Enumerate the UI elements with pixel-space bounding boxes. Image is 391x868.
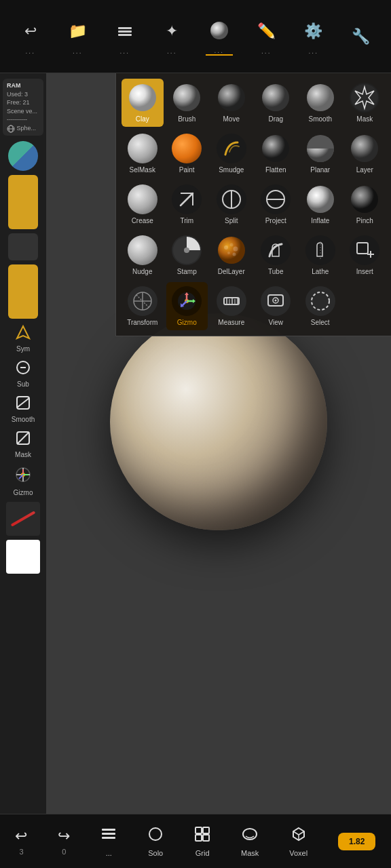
svg-line-11 xyxy=(17,398,29,408)
brush-view[interactable]: View xyxy=(255,282,297,330)
bottom-redo[interactable]: ↪ 0 xyxy=(58,827,70,856)
color-swatch-2[interactable] xyxy=(8,264,38,319)
brush-gizmo[interactable]: Gizmo xyxy=(166,282,208,330)
svg-line-82 xyxy=(299,831,304,835)
smudge-label: Smudge xyxy=(219,166,244,174)
bottom-menu[interactable]: ... xyxy=(100,826,117,857)
brush-nudge[interactable]: Nudge xyxy=(122,231,164,279)
brush-crease[interactable]: Crease xyxy=(122,180,164,229)
selmask-icon xyxy=(128,134,157,163)
flatten-label: Flatten xyxy=(265,166,286,174)
stamp-icon xyxy=(172,235,202,265)
svg-point-42 xyxy=(229,243,233,247)
bottom-voxel[interactable]: Voxel xyxy=(289,826,308,857)
sym-label: Sym xyxy=(16,345,30,353)
toolbar-light[interactable]: ✦ ... xyxy=(158,18,185,55)
clay-icon xyxy=(128,83,157,113)
brush-project[interactable]: Project xyxy=(255,180,297,229)
smooth-brush-label: Smooth xyxy=(309,115,332,123)
toolbar-layers[interactable]: ... xyxy=(111,18,138,55)
trim-icon xyxy=(172,184,202,214)
select-icon xyxy=(305,286,335,316)
stroke-preview[interactable] xyxy=(6,502,40,536)
solo-icon xyxy=(147,826,164,846)
selmask-label: SelMask xyxy=(130,166,155,174)
brush-transform[interactable]: Transform xyxy=(122,282,164,330)
solo-label: Solo xyxy=(148,849,163,857)
color-preview[interactable] xyxy=(8,141,38,171)
svg-point-23 xyxy=(218,84,245,111)
project-icon xyxy=(261,184,291,214)
brush-move[interactable]: Move xyxy=(210,79,253,127)
brush-flatten[interactable]: Flatten xyxy=(255,130,297,178)
pinch-icon xyxy=(350,184,379,214)
mask-bottom-icon xyxy=(242,826,258,846)
brush-mask[interactable]: Mask xyxy=(344,79,386,127)
svg-point-21 xyxy=(129,84,156,111)
brush-layer[interactable]: Layer xyxy=(344,130,386,178)
brush-brush[interactable]: Brush xyxy=(166,79,208,127)
brush-measure[interactable]: Measure xyxy=(210,282,253,330)
brush-split[interactable]: Split xyxy=(210,180,253,229)
brush-pinch[interactable]: Pinch xyxy=(344,180,386,229)
svg-line-20 xyxy=(19,475,23,479)
drag-label: Drag xyxy=(268,115,283,123)
folder-icon: 📁 xyxy=(64,18,91,45)
transform-label: Transform xyxy=(127,319,157,326)
toolbar-wrench[interactable]: 🔧 xyxy=(347,23,374,50)
brush-select[interactable]: Select xyxy=(299,282,341,330)
toolbar-settings[interactable]: ⚙️ ... xyxy=(300,18,327,55)
sidebar-item-gizmo[interactable]: Gizmo xyxy=(3,462,43,499)
redo-icon: ↪ xyxy=(58,827,70,845)
mask-label: Mask xyxy=(15,451,31,458)
brush-planar[interactable]: Planar xyxy=(299,130,341,178)
sidebar-item-sym[interactable]: Sym xyxy=(3,321,43,355)
bottom-version[interactable]: 1.82 xyxy=(338,833,375,850)
brush-row-5: Transform Gizmo xyxy=(122,282,386,330)
brush-trim[interactable]: Trim xyxy=(166,180,208,229)
drag-icon xyxy=(261,83,291,113)
svg-rect-1 xyxy=(118,31,132,33)
bottom-undo[interactable]: ↩ 3 xyxy=(15,827,27,856)
toolbar-pen[interactable]: ✏️ ... xyxy=(253,18,280,55)
bottom-solo[interactable]: Solo xyxy=(147,826,164,857)
brush-stamp[interactable]: Stamp xyxy=(166,231,208,279)
brush-tube[interactable]: Tube xyxy=(255,231,297,279)
brush-lathe[interactable]: Lathe xyxy=(299,231,341,279)
sidebar-item-sub[interactable]: Sub xyxy=(3,357,43,391)
sidebar-item-smooth[interactable]: Smooth xyxy=(3,392,43,426)
sphere-label: Sphe... xyxy=(7,124,39,133)
brush-panel: Clay Brush Move Drag Smo xyxy=(115,73,391,336)
gizmo-panel-label: Gizmo xyxy=(177,319,197,326)
svg-rect-79 xyxy=(203,835,209,841)
brush-clay[interactable]: Clay xyxy=(122,79,164,127)
light-icon: ✦ xyxy=(158,18,185,45)
toolbar-undo[interactable]: ↩ ... xyxy=(17,18,44,55)
color-swatch-1[interactable] xyxy=(8,175,38,229)
svg-point-39 xyxy=(184,248,189,253)
sidebar-item-mask[interactable]: Mask xyxy=(3,427,43,461)
toolbar-folder[interactable]: 📁 ... xyxy=(64,18,91,55)
material-preview[interactable] xyxy=(6,540,40,574)
used-label: Used: 3 xyxy=(7,90,39,99)
brush-dellayer[interactable]: DelLayer xyxy=(210,231,253,279)
brush-paint[interactable]: Paint xyxy=(166,130,208,178)
brush-drag[interactable]: Drag xyxy=(255,79,297,127)
project-label: Project xyxy=(265,217,286,224)
bottom-mask[interactable]: Mask xyxy=(241,826,259,857)
brush-smooth[interactable]: Smooth xyxy=(299,79,341,127)
bottom-grid[interactable]: Grid xyxy=(194,826,210,857)
brush-inflate[interactable]: Inflate xyxy=(299,180,341,229)
svg-point-27 xyxy=(262,135,289,162)
svg-point-25 xyxy=(307,84,334,111)
nudge-icon xyxy=(128,235,157,265)
brush-smudge[interactable]: Smudge xyxy=(210,130,253,178)
mask-bottom-label: Mask xyxy=(241,849,259,857)
smudge-icon xyxy=(217,134,246,163)
brush-insert[interactable]: Insert xyxy=(344,231,386,279)
svg-rect-77 xyxy=(203,827,209,833)
dellayer-label: DelLayer xyxy=(218,268,245,275)
brush-selmask[interactable]: SelMask xyxy=(122,130,164,178)
toolbar-material[interactable]: ... xyxy=(206,17,233,56)
svg-rect-73 xyxy=(102,833,115,835)
